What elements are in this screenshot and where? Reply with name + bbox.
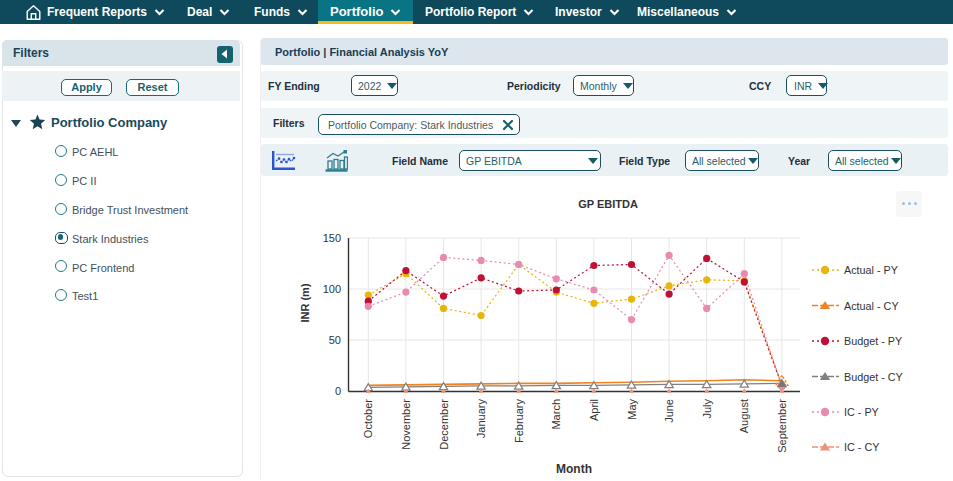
svg-text:May: May — [626, 399, 638, 420]
svg-text:February: February — [513, 399, 525, 444]
svg-text:October: October — [362, 399, 374, 438]
svg-text:Budget - CY: Budget - CY — [844, 371, 903, 383]
svg-text:December: December — [438, 399, 450, 450]
svg-text:INR (m): INR (m) — [299, 283, 311, 322]
svg-text:Actual - CY: Actual - CY — [844, 300, 899, 312]
svg-text:March: March — [550, 399, 562, 430]
svg-text:Month: Month — [556, 462, 592, 476]
svg-text:150: 150 — [323, 232, 341, 244]
svg-text:100: 100 — [323, 283, 341, 295]
svg-text:IC - PY: IC - PY — [844, 406, 879, 418]
svg-text:November: November — [400, 399, 412, 450]
svg-text:0: 0 — [335, 385, 341, 397]
svg-text:June: June — [663, 399, 675, 423]
svg-text:August: August — [738, 399, 750, 433]
svg-text:Actual - PY: Actual - PY — [844, 264, 898, 276]
svg-text:April: April — [588, 399, 600, 421]
svg-text:July: July — [701, 399, 713, 419]
svg-text:50: 50 — [329, 334, 341, 346]
svg-text:Budget - PY: Budget - PY — [844, 335, 902, 347]
svg-text:September: September — [776, 399, 788, 453]
svg-text:IC - CY: IC - CY — [844, 441, 879, 453]
svg-text:January: January — [475, 399, 487, 439]
